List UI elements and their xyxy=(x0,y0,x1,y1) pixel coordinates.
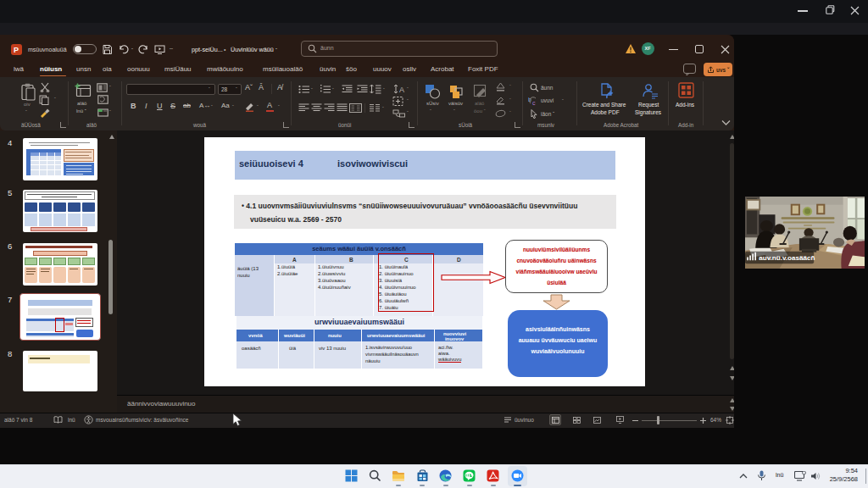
svg-text:auv.nü.v.oasääcñ: auv.nü.v.oasääcñ xyxy=(759,254,815,262)
svg-text:A: A xyxy=(399,86,404,94)
svg-text:c: c xyxy=(532,100,536,106)
